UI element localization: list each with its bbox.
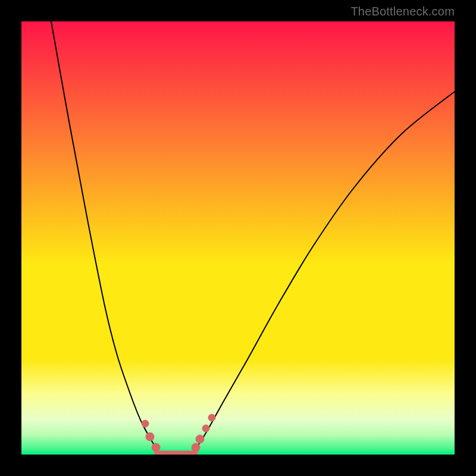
bead-marker	[146, 433, 154, 441]
bead-marker	[142, 420, 149, 427]
watermark-text: TheBottleneck.com	[350, 5, 455, 18]
chart-frame: TheBottleneck.com	[0, 0, 476, 476]
curve-layer	[21, 21, 455, 455]
curve-right-branch	[195, 92, 455, 449]
bead-marker	[202, 425, 209, 432]
bead-marker	[152, 443, 160, 452]
bead-marker	[192, 443, 200, 452]
plot-area	[21, 21, 455, 455]
bead-markers	[142, 414, 215, 452]
bead-marker	[196, 435, 204, 443]
bead-marker	[208, 414, 215, 421]
curve-left-branch	[51, 21, 157, 449]
